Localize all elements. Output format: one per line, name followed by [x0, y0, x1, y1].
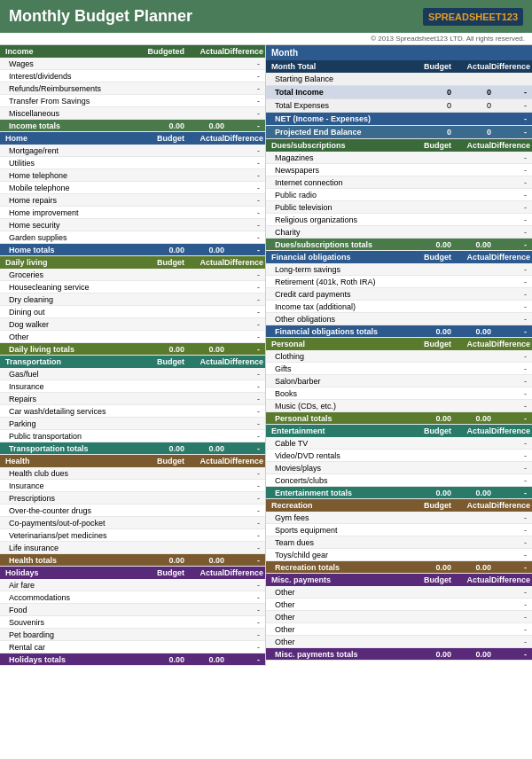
income-interest: Interest/dividends [5, 72, 145, 81]
logo: SPREADSHEET123 [423, 8, 523, 26]
home-section: Home Budget Actual Difference Mortgage/r… [0, 132, 265, 256]
income-refunds: Refunds/Reimbursements [5, 84, 145, 93]
logo-line1: SPREAD [428, 12, 469, 22]
income-totals-actual: 0.00 [184, 121, 224, 130]
income-row-1: Wages- [0, 58, 265, 70]
month-header: Month [266, 45, 532, 60]
income-actual-header: Actual [184, 47, 224, 56]
main-layout: Income Budgeted Actual Difference Wages-… [0, 45, 532, 666]
dues-section: Dues/subscriptions Budget Actual Differe… [266, 139, 532, 251]
left-column: Income Budgeted Actual Difference Wages-… [0, 45, 266, 666]
app-container: Monthly Budget Planner SPREADSHEET123 © … [0, 0, 532, 666]
right-column: Month Month Total Budget Actual Differen… [266, 45, 532, 666]
home-header: Home Budget Actual Difference [0, 132, 265, 145]
income-wages: Wages [5, 59, 145, 68]
logo-highlight: 123 [502, 12, 518, 22]
recreation-section: Recreation Budget Actual Difference Gym … [266, 499, 532, 574]
income-row-5: Miscellaneous- [0, 107, 265, 120]
health-section: Health Budget Actual Difference Health c… [0, 455, 265, 567]
income-transfer: Transfer From Savings [5, 97, 145, 106]
income-totals-row: Income totals0.000.00- [0, 120, 265, 132]
entertainment-section: Entertainment Budget Actual Difference C… [266, 425, 532, 499]
income-row-4: Transfer From Savings- [0, 95, 265, 107]
month-summary: Month Total Budget Actual Difference Sta… [266, 60, 532, 139]
income-budget-header: Budgeted [136, 47, 184, 56]
income-section: Income Budgeted Actual Difference Wages-… [0, 45, 265, 132]
header: Monthly Budget Planner SPREADSHEET123 [0, 0, 532, 33]
income-wages-diff: - [224, 59, 260, 68]
header-title: Monthly Budget Planner [9, 7, 192, 26]
income-totals-budget: 0.00 [145, 121, 184, 130]
logo-line2: SHEET [469, 12, 502, 22]
income-totals-label: Income totals [5, 121, 145, 130]
financial-section: Financial obligations Budget Actual Diff… [266, 251, 532, 338]
transport-section: Transportation Budget Actual Difference … [0, 356, 265, 455]
copyright: © 2013 Spreadsheet123 LTD. All rights re… [0, 33, 532, 45]
income-header: Income Budgeted Actual Difference [0, 45, 265, 58]
income-totals-diff: - [224, 121, 260, 130]
holidays-section: Holidays Budget Actual Difference Air fa… [0, 567, 265, 666]
income-label: Income [5, 47, 136, 56]
daily-section: Daily living Budget Actual Difference Gr… [0, 256, 265, 356]
income-row-3: Refunds/Reimbursements- [0, 82, 265, 95]
personal-section: Personal Budget Actual Difference Clothi… [266, 338, 532, 425]
income-misc: Miscellaneous [5, 109, 145, 118]
income-diff-header: Difference [224, 47, 260, 56]
misc-section: Misc. payments Budget Actual Difference … [266, 574, 532, 661]
income-row-2: Interest/dividends- [0, 70, 265, 82]
